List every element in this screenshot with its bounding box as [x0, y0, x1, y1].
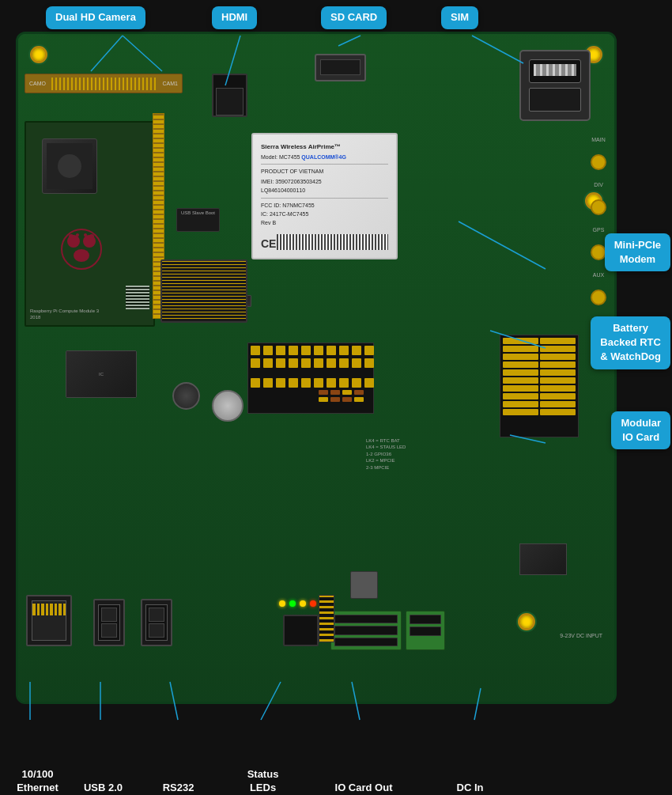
svg-point-3	[74, 249, 89, 262]
battery-holder	[212, 390, 244, 422]
gpio-header-main	[247, 343, 374, 414]
label-battery-rtc: BatteryBacked RTC& WatchDog	[591, 316, 670, 369]
sim-slot	[519, 50, 591, 121]
label-usb: USB 2.0	[77, 782, 129, 795]
page-container: CAMO CAM1	[0, 0, 672, 795]
usb-port-2	[141, 599, 172, 646]
dc-terminal	[406, 611, 445, 650]
camera-connector-left: CAMO CAM1	[25, 74, 183, 93]
modem-module: Sierra Wireless AirPrime™ Model: MC7455 …	[251, 133, 398, 259]
label-mini-pcie-modem: Mini-PCIeModem	[605, 233, 670, 271]
label-status-leds: StatusLEDs	[237, 768, 289, 795]
svg-point-6	[76, 233, 79, 237]
ic-chip-br	[519, 543, 567, 575]
usb-slave-boot: USB Slave Boot	[176, 208, 220, 232]
label-dc-in: DC In	[448, 782, 492, 795]
usb-port-1	[93, 599, 125, 646]
rpi-compute-module: Raspberry Pi Compute Module 32018	[25, 121, 155, 327]
smd-components	[319, 390, 364, 402]
mount-hole-br	[518, 613, 535, 630]
label-modular-io-card: ModularIO Card	[611, 411, 670, 449]
status-leds	[279, 600, 316, 607]
inductor	[350, 571, 378, 599]
ethernet-port	[26, 595, 72, 646]
svg-point-4	[69, 234, 74, 239]
label-sd-card: SD CARD	[321, 6, 387, 29]
label-sim: SIM	[441, 6, 478, 29]
pcie-slot	[160, 259, 247, 323]
io-card-terminal	[330, 611, 402, 650]
label-io-card-out: IO Card Out	[324, 782, 403, 795]
expansion-header-right	[500, 335, 579, 437]
rpi-logo	[58, 225, 113, 281]
label-ethernet: 10/100Ethernet	[8, 768, 67, 795]
sd-card-slot	[315, 54, 366, 81]
label-dual-hd-camera: Dual HD Camera	[46, 6, 145, 29]
rs232-connector	[283, 615, 319, 646]
label-rs232: RS232	[153, 782, 204, 795]
label-hdmi: HDMI	[212, 6, 257, 29]
svg-point-5	[89, 234, 94, 239]
ic-chip-1: IC	[66, 350, 137, 398]
svg-point-7	[84, 233, 87, 237]
cap-large-1	[172, 382, 200, 410]
antenna-area: MAIN DIV GPS AUX	[591, 137, 606, 305]
mount-hole-tl	[30, 46, 47, 63]
hdmi-port	[212, 74, 247, 117]
io-connector	[319, 595, 334, 642]
pcb-board: CAMO CAM1	[16, 32, 617, 704]
